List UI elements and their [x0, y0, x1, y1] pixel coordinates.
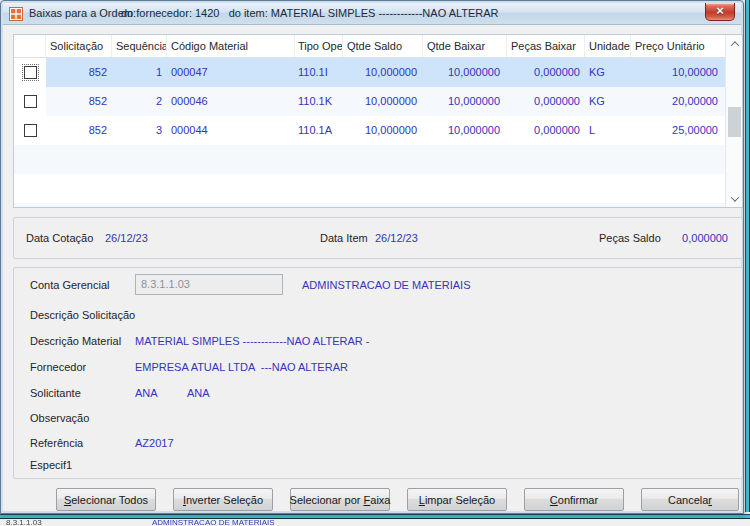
button-label-part: Selecionar por — [290, 494, 364, 506]
details-panel: Conta Gerencial 8.3.1.1.03 ADMINSTRACAO … — [13, 267, 743, 479]
cell-preco-unitario: 20,00000 — [631, 87, 725, 116]
column-header-qtde-baixar[interactable]: Qtde Baixar — [423, 35, 507, 57]
limpar-selecao-button[interactable]: Limpar Seleção — [407, 488, 507, 511]
referencia-label: Referência — [30, 437, 83, 449]
background-window-bottom-frame: 8.3.1.1.03 ADMINSTRACAO DE MATERIAIS — [0, 512, 750, 526]
descricao-solicitacao-label: Descrição Solicitação — [30, 309, 135, 321]
cell-sequencia: 1 — [112, 58, 167, 87]
grid-body: 852 1 000047 110.1I 10,000000 10,000000 … — [14, 58, 725, 207]
data-cotacao-value: 26/12/23 — [105, 232, 148, 244]
column-header-preco-unitario[interactable]: Preço Unitário — [631, 35, 725, 57]
button-label-mnemonic: C — [550, 494, 558, 506]
cell-codigo-material: 000046 — [167, 87, 295, 116]
cell-qtde-saldo: 10,000000 — [343, 116, 423, 145]
cell-sequencia: 2 — [112, 87, 167, 116]
cell-unidade: KG — [585, 58, 631, 87]
especif1-label: Especif1 — [30, 459, 72, 471]
cell-qtde-baixar: 10,000000 — [423, 116, 507, 145]
row-checkbox-cell — [14, 116, 46, 145]
chevron-up-icon — [730, 41, 738, 49]
solicitante-label: Solicitante — [30, 387, 81, 399]
button-label-mnemonic: F — [364, 494, 371, 506]
table-row[interactable]: 852 1 000047 110.1I 10,000000 10,000000 … — [14, 58, 725, 87]
pecas-saldo-value: 0,000000 — [682, 232, 728, 244]
column-header-solicitacao[interactable]: Solicitação — [46, 35, 112, 57]
solicitante-value-code: ANA — [135, 387, 158, 399]
cell-codigo-material: 000044 — [167, 116, 295, 145]
close-button[interactable]: × — [705, 3, 735, 21]
cell-qtde-saldo: 10,000000 — [343, 87, 423, 116]
close-icon: × — [716, 3, 724, 18]
cell-preco-unitario: 10,00000 — [631, 58, 725, 87]
conta-gerencial-input: 8.3.1.1.03 — [135, 274, 283, 295]
baixas-para-a-ordem-dialog: Baixas para a Ordem: do fornecedor: 1420… — [0, 0, 744, 514]
button-label-part: impar Seleção — [425, 494, 495, 506]
dates-panel: Data Cotação 26/12/23 Data Item 26/12/23… — [13, 217, 743, 259]
dialog-title-context: do fornecedor: 1420 do item: MATERIAL SI… — [121, 7, 499, 19]
selecionar-por-faixa-button[interactable]: Selecionar por Faixa — [290, 488, 390, 511]
vertical-scrollbar[interactable] — [725, 35, 742, 207]
row-checkbox[interactable] — [24, 124, 37, 137]
title-bar[interactable]: Baixas para a Ordem: do fornecedor: 1420… — [3, 3, 741, 25]
row-checkbox[interactable] — [24, 95, 37, 108]
selecionar-todos-button[interactable]: Selecionar Todos — [56, 488, 156, 511]
row-checkbox[interactable] — [24, 66, 37, 79]
app-grid-icon — [9, 7, 23, 21]
button-label-part: nverter Seleção — [186, 494, 263, 506]
column-header-tipo-oper[interactable]: Tipo Oper. — [295, 35, 343, 57]
scroll-down-button[interactable] — [726, 190, 743, 207]
solicitante-value-name: ANA — [187, 387, 210, 399]
cell-tipo-oper: 110.1A — [295, 116, 343, 145]
cell-preco-unitario: 25,00000 — [631, 116, 725, 145]
scrollbar-thumb[interactable] — [728, 107, 741, 137]
cell-sequencia: 3 — [112, 116, 167, 145]
column-header-codigo-material[interactable]: Código Material — [167, 35, 295, 57]
button-label-part: elecionar Todos — [71, 494, 148, 506]
cell-tipo-oper: 110.1I — [295, 58, 343, 87]
conta-gerencial-description: ADMINSTRACAO DE MATERIAIS — [302, 279, 470, 291]
column-header-sequencia[interactable]: Sequência — [112, 35, 167, 57]
cell-qtde-baixar: 10,000000 — [423, 87, 507, 116]
cell-qtde-saldo: 10,000000 — [343, 58, 423, 87]
data-item-label: Data Item — [320, 232, 368, 244]
cell-pecas-baixar: 0,000000 — [507, 58, 585, 87]
grid-header-checkbox-column — [14, 35, 46, 57]
observacao-label: Observação — [30, 412, 89, 424]
cell-solicitacao: 852 — [46, 116, 112, 145]
background-window-right-frame — [743, 0, 750, 526]
button-label-part: aixa — [370, 494, 390, 506]
fornecedor-label: Fornecedor — [30, 361, 86, 373]
background-text-fragment: 8.3.1.1.03 — [6, 519, 42, 526]
button-label-mnemonic: S — [64, 494, 71, 506]
screen: 8.3.1.1.03 ADMINSTRACAO DE MATERIAIS Bai… — [0, 0, 750, 526]
column-header-qtde-saldo[interactable]: Qtde Saldo — [343, 35, 423, 57]
column-header-pecas-baixar[interactable]: Peças Baixar — [507, 35, 585, 57]
cell-qtde-baixar: 10,000000 — [423, 58, 507, 87]
table-row[interactable]: 852 3 000044 110.1A 10,000000 10,000000 … — [14, 116, 725, 145]
row-checkbox-cell — [14, 58, 46, 87]
button-label-mnemonic: r — [708, 494, 712, 506]
chevron-down-icon — [730, 193, 738, 201]
cell-solicitacao: 852 — [46, 58, 112, 87]
cancelar-button[interactable]: Cancelar — [641, 488, 739, 511]
background-text-fragment: ADMINSTRACAO DE MATERIAIS — [152, 519, 275, 526]
cell-tipo-oper: 110.1K — [295, 87, 343, 116]
data-cotacao-label: Data Cotação — [26, 232, 93, 244]
confirmar-button[interactable]: Confirmar — [524, 488, 624, 511]
referencia-value: AZ2017 — [135, 437, 174, 449]
descricao-material-label: Descrição Material — [30, 335, 121, 347]
dialog-title: Baixas para a Ordem: — [29, 7, 136, 19]
column-header-unidade[interactable]: Unidade — [585, 35, 631, 57]
table-row[interactable]: 852 2 000046 110.1K 10,000000 10,000000 … — [14, 87, 725, 116]
button-label-part: onfirmar — [558, 494, 598, 506]
conta-gerencial-label: Conta Gerencial — [30, 279, 110, 291]
button-label-part: Cancela — [668, 494, 708, 506]
items-grid: Solicitação Sequência Código Material Ti… — [13, 34, 743, 208]
cell-codigo-material: 000047 — [167, 58, 295, 87]
scroll-up-button[interactable] — [726, 35, 743, 52]
grid-header-row: Solicitação Sequência Código Material Ti… — [14, 35, 725, 58]
inverter-selecao-button[interactable]: Inverter Seleção — [173, 488, 273, 511]
cell-solicitacao: 852 — [46, 87, 112, 116]
row-checkbox-cell — [14, 87, 46, 116]
fornecedor-value: EMPRESA ATUAL LTDA ---NAO ALTERAR — [135, 361, 348, 373]
